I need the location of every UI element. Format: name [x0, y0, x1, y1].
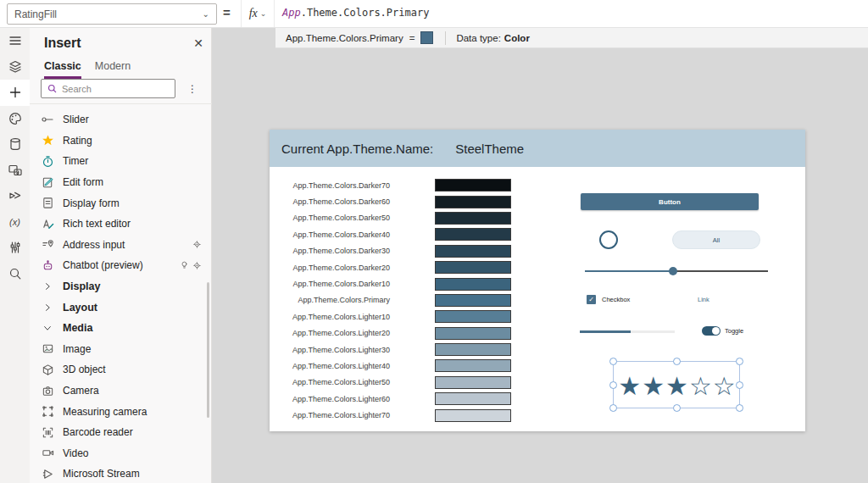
sample-radio[interactable] — [599, 230, 618, 249]
chevron-down-icon — [41, 323, 54, 333]
insert-item-measuring-camera[interactable]: Measuring camera — [30, 401, 210, 422]
item-label: Display form — [63, 197, 120, 209]
slider-thumb[interactable] — [669, 267, 677, 275]
search-box[interactable] — [41, 79, 175, 98]
design-canvas[interactable]: Current App.Theme.Name: SteelTheme App.T… — [212, 28, 868, 483]
controls-settings-icon[interactable] — [0, 235, 30, 261]
star-filled-icon[interactable]: ★ — [665, 371, 689, 401]
display-form-icon — [41, 197, 54, 210]
sample-button[interactable]: Button — [581, 193, 759, 210]
variables-icon[interactable]: (x) — [0, 209, 30, 236]
insert-item-address-input[interactable]: Address input — [30, 235, 210, 256]
swatch-label: App.Theme.Colors.Lighter30 — [270, 346, 390, 354]
swatch-row: App.Theme.Colors.Lighter30 — [270, 341, 805, 358]
rich-text-editor-icon — [41, 217, 54, 230]
app-screen[interactable]: Current App.Theme.Name: SteelTheme App.T… — [270, 130, 805, 431]
selection-handle[interactable] — [736, 381, 743, 389]
sample-link[interactable]: Link — [698, 296, 709, 303]
result-expression: App.Theme.Colors.Primary — [286, 33, 403, 43]
swatch-label: App.Theme.Colors.Lighter10 — [270, 313, 390, 321]
swatch-row: App.Theme.Colors.Darker50 — [270, 210, 805, 226]
item-label: Video — [63, 447, 88, 459]
swatch-color-box — [435, 359, 511, 372]
all-filter-pill[interactable]: All — [672, 230, 760, 249]
group-display[interactable]: Display — [30, 276, 210, 297]
insert-item-timer[interactable]: Timer — [30, 151, 210, 172]
insert-panel: Insert ✕ Classic Modern ⋮ Slider Rating … — [30, 28, 212, 483]
selection-handle[interactable] — [673, 358, 681, 365]
chevron-down-icon: ⌄ — [203, 9, 209, 19]
insert-item-microsoft-stream[interactable]: Microsoft Stream — [30, 464, 210, 483]
selection-handle[interactable] — [609, 381, 617, 389]
3d-object-icon — [41, 363, 54, 376]
barcode-reader-icon — [41, 425, 54, 439]
insert-item-rich-text-editor[interactable]: Rich text editor — [30, 214, 210, 235]
item-label: 3D object — [63, 364, 106, 375]
insert-item-barcode-reader[interactable]: Barcode reader — [30, 422, 210, 443]
toggle-label: Toggle — [725, 327, 743, 335]
button-label: Button — [659, 198, 681, 206]
tab-modern[interactable]: Modern — [95, 60, 131, 79]
rating-control-selected[interactable]: ★★★☆☆ — [613, 361, 740, 408]
formula-input[interactable]: App.Theme.Colors.Primary — [282, 7, 429, 19]
address-input-icon — [41, 238, 54, 252]
insert-item-slider[interactable]: Slider — [30, 109, 210, 130]
panel-scrollbar[interactable] — [207, 282, 209, 418]
item-label: Image — [63, 343, 91, 355]
fx-dropdown[interactable]: fx ⌄ — [241, 0, 275, 27]
close-icon[interactable]: ✕ — [191, 36, 206, 52]
rating-stars[interactable]: ★★★☆☆ — [614, 362, 741, 409]
selection-handle[interactable] — [736, 404, 743, 412]
microsoft-stream-icon — [41, 467, 54, 480]
search-icon[interactable] — [0, 261, 30, 287]
slider-track-filled[interactable] — [585, 270, 676, 272]
insert-item-rating[interactable]: Rating — [30, 130, 210, 152]
insert-item-chatbot[interactable]: Chatbot (preview) — [30, 255, 210, 276]
group-media[interactable]: Media — [30, 318, 210, 339]
pill-label: All — [713, 236, 720, 244]
selection-handle[interactable] — [609, 404, 617, 412]
hamburger-menu-icon[interactable] — [0, 28, 30, 54]
selection-handle[interactable] — [736, 358, 743, 365]
power-automate-icon[interactable] — [0, 183, 30, 209]
equals-sign: = — [223, 5, 231, 19]
item-label: Microsoft Stream — [63, 468, 140, 480]
insert-item-camera[interactable]: Camera — [30, 380, 210, 402]
tree-view-icon[interactable] — [0, 54, 30, 80]
star-empty-icon[interactable]: ☆ — [713, 371, 737, 401]
insert-item-3d-object[interactable]: 3D object — [30, 359, 210, 380]
chatbot-icon — [41, 258, 54, 272]
star-empty-icon[interactable]: ☆ — [689, 371, 713, 401]
insert-icon[interactable] — [0, 80, 30, 106]
slider-icon — [41, 113, 54, 126]
checkbox-label: Checkbox — [602, 296, 630, 303]
swatch-color-box — [435, 196, 511, 208]
data-type-label: Data type: — [456, 33, 500, 43]
selection-handle[interactable] — [609, 358, 617, 365]
sample-toggle[interactable] — [702, 326, 721, 336]
insert-item-image[interactable]: Image — [30, 339, 210, 360]
star-filled-icon[interactable]: ★ — [618, 371, 642, 401]
selection-handle[interactable] — [673, 404, 681, 412]
insert-item-display-form[interactable]: Display form — [30, 192, 210, 214]
slider-track-remaining[interactable] — [676, 270, 768, 272]
group-label: Layout — [63, 302, 97, 314]
formula-rest-token: .Theme.Colors.Primary — [301, 7, 430, 19]
group-layout[interactable]: Layout — [30, 297, 210, 318]
search-input[interactable] — [62, 84, 155, 94]
item-label: Rich text editor — [63, 218, 131, 230]
insert-item-video[interactable]: Video — [30, 443, 210, 464]
star-filled-icon[interactable]: ★ — [642, 371, 665, 401]
insert-item-edit-form[interactable]: Edit form — [30, 172, 210, 193]
theme-palette-icon[interactable] — [0, 106, 30, 132]
image-icon — [41, 342, 54, 356]
more-options-icon[interactable]: ⋮ — [187, 83, 198, 95]
sample-checkbox[interactable]: ✓ — [587, 295, 596, 304]
media-icon[interactable] — [0, 158, 30, 184]
swatch-color-box — [435, 294, 511, 307]
edit-form-icon — [41, 175, 54, 189]
data-sources-icon[interactable] — [0, 131, 30, 158]
control-selector-dropdown[interactable]: RatingFill ⌄ — [7, 3, 217, 25]
swatch-label: App.Theme.Colors.Darker70 — [270, 181, 390, 190]
tab-classic[interactable]: Classic — [44, 60, 81, 79]
